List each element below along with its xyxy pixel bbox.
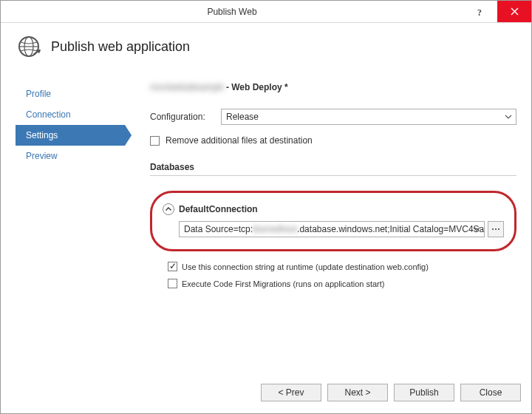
- sidebar-item-connection[interactable]: Connection: [16, 104, 125, 125]
- sidebar-item-label: Connection: [26, 109, 71, 120]
- remove-files-row: Remove additional files at destination: [150, 135, 516, 146]
- sidebar-item-label: Profile: [26, 89, 51, 99]
- connection-string-row: Data Source=tcp:blurredhost.database.win…: [179, 221, 504, 237]
- use-at-runtime-label: Use this connection string at runtime (u…: [182, 262, 429, 271]
- publish-button[interactable]: Publish: [394, 384, 454, 401]
- cs-host-hidden: blurredhost: [253, 224, 297, 234]
- close-icon: [511, 7, 519, 16]
- content-panel: mvc4websitesample - Web Deploy * Configu…: [125, 70, 516, 376]
- window-title: Publish Web: [1, 1, 463, 22]
- close-window-button[interactable]: [497, 1, 531, 22]
- sidebar: Profile Connection Settings Preview: [16, 70, 125, 376]
- help-button[interactable]: ?: [463, 1, 497, 22]
- sidebar-item-label: Settings: [26, 130, 58, 140]
- window-controls: ?: [463, 1, 531, 22]
- sidebar-item-settings[interactable]: Settings: [16, 125, 125, 146]
- svg-point-7: [495, 228, 497, 230]
- configuration-value: Release: [226, 112, 259, 122]
- dialog-header: Publish web application: [1, 23, 531, 67]
- connection-header: DefaultConnection: [163, 203, 504, 215]
- publish-label: Publish: [409, 387, 438, 398]
- dialog-footer: < Prev Next > Publish Close: [1, 376, 531, 413]
- databases-label: Databases: [150, 162, 516, 172]
- ellipsis-icon: [491, 225, 501, 233]
- chevron-down-icon: [504, 112, 513, 124]
- svg-point-8: [498, 228, 499, 230]
- publish-web-dialog: Publish Web ?: [0, 0, 532, 414]
- sidebar-item-label: Preview: [26, 151, 58, 161]
- profile-suffix: - Web Deploy *: [226, 82, 288, 92]
- databases-divider: [150, 175, 516, 176]
- title-bar: Publish Web ?: [1, 1, 531, 23]
- help-icon: ?: [476, 7, 485, 16]
- browse-connection-button[interactable]: [488, 221, 504, 237]
- remove-files-checkbox[interactable]: [150, 136, 160, 146]
- svg-point-6: [492, 228, 494, 230]
- use-at-runtime-row: Use this connection string at runtime (u…: [168, 262, 516, 271]
- prev-button[interactable]: < Prev: [261, 384, 321, 401]
- dialog-body: Profile Connection Settings Preview mvc4…: [1, 67, 531, 376]
- execute-migrations-checkbox[interactable]: [168, 279, 177, 288]
- next-button[interactable]: Next >: [327, 384, 388, 401]
- configuration-select[interactable]: Release: [221, 109, 516, 125]
- sidebar-item-preview[interactable]: Preview: [16, 146, 125, 166]
- profile-name-hidden: mvc4websitesample: [150, 82, 224, 92]
- configuration-label: Configuration:: [150, 112, 214, 122]
- page-title: Publish web application: [51, 39, 190, 55]
- cs-prefix: Data Source=tcp:: [184, 224, 253, 234]
- svg-text:?: ?: [477, 7, 482, 16]
- next-label: Next >: [344, 387, 370, 398]
- connection-name: DefaultConnection: [179, 204, 258, 214]
- configuration-row: Configuration: Release: [150, 109, 516, 125]
- sidebar-item-profile[interactable]: Profile: [16, 84, 125, 104]
- chevron-down-icon: [472, 224, 481, 237]
- execute-migrations-label: Execute Code First Migrations (runs on a…: [182, 279, 385, 288]
- remove-files-label: Remove additional files at destination: [166, 135, 313, 146]
- use-at-runtime-checkbox[interactable]: [168, 262, 177, 271]
- profile-heading: mvc4websitesample - Web Deploy *: [150, 82, 516, 92]
- chevron-up-icon: [165, 206, 172, 213]
- execute-migrations-row: Execute Code First Migrations (runs on a…: [168, 279, 516, 288]
- connection-string-select[interactable]: Data Source=tcp:blurredhost.database.win…: [179, 221, 485, 237]
- close-label: Close: [480, 387, 502, 398]
- prev-label: < Prev: [278, 387, 304, 398]
- cs-suffix: .database.windows.net;Initial Catalog=MV…: [297, 224, 485, 234]
- default-connection-callout: DefaultConnection Data Source=tcp:blurre…: [150, 191, 516, 251]
- close-button[interactable]: Close: [460, 384, 521, 401]
- globe-icon: [16, 33, 42, 60]
- collapse-toggle[interactable]: [163, 203, 174, 215]
